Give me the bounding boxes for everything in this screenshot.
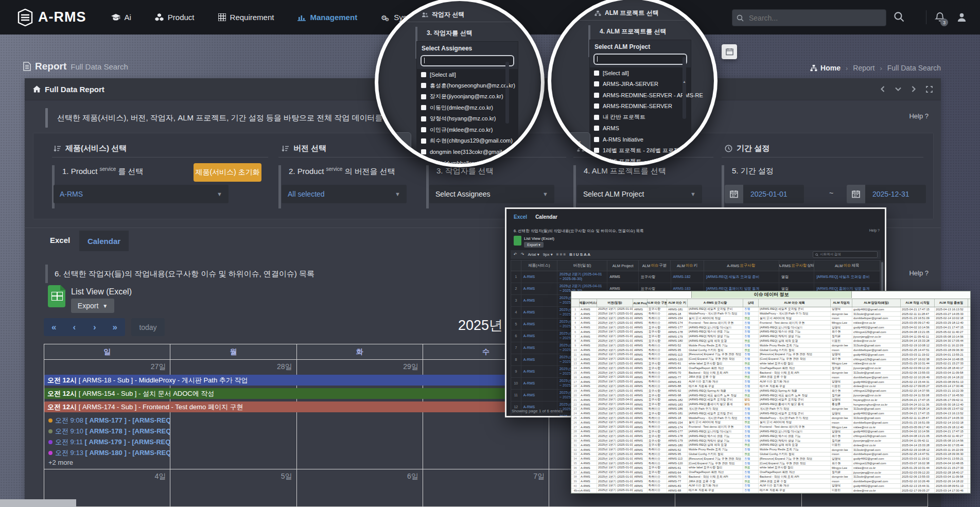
expand-icon[interactable] [926,86,933,93]
table-row[interactable]: 35A-RMS2025년 1분기 (2025-01-01 ~ 2025-03-3… [571,461,970,466]
version-select[interactable]: All selected▼ [282,185,407,203]
alm-project-option[interactable]: 내 칸반 프로젝트 [590,112,691,123]
table-row[interactable]: 27A-RMS2025년 1분기 (2025-01-01 ~ 2025-03-3… [571,425,970,430]
alm-project-option[interactable]: A-RMS Initiative [590,134,691,145]
search-box[interactable] [732,9,886,26]
alm-project-select[interactable]: Select ALM Project▼ [577,185,702,203]
column-header[interactable]: 버전(일정) [557,260,608,271]
assignee-option[interactable]: [Select all] [417,69,518,80]
help-link-top[interactable]: Help ? [909,112,929,120]
alm-filter-input[interactable] [593,54,687,65]
assignee-option[interactable]: 장지윤(jiyoonjang@mz.co.kr) [417,91,518,102]
table-row[interactable]: 41A-RMS2025년 1분기 (2025-01-01 ~ 2025-03-3… [571,488,970,493]
checkbox-icon[interactable] [594,137,599,142]
checkbox-icon[interactable] [594,148,599,153]
table-row[interactable]: 22A-RMS2025년 2분기 (2025-04-01 ~ 2025-06-3… [571,403,970,407]
assignee-option[interactable]: 최수현(chltngus129@gmail.com) [417,135,518,147]
date-from-input[interactable]: 2025-01-01 [743,185,804,203]
calendar-last-button[interactable]: » [105,318,126,336]
day-cell[interactable]: 6일 [297,469,423,507]
table-row[interactable]: 37A-RMS2025년 1분기 (2025-01-01 ~ 2025-03-3… [571,470,970,475]
breadcrumb-report[interactable]: Report [853,64,874,72]
table-row[interactable]: 36A-RMS2025년 1분기 (2025-01-01 ~ 2025-03-3… [571,466,970,470]
table-row[interactable]: 25A-RMS2025년 1분기 (2025-01-01 ~ 2025-03-3… [571,416,970,421]
menu-item-management[interactable]: Management [297,13,357,22]
assignee-filter-input[interactable] [421,55,514,66]
table-row[interactable]: 42A-RMS2025년 1분기 (2025-01-01 ~ 2025-03-3… [571,493,970,494]
alm-project-option[interactable]: [Select all] [590,67,691,79]
sheet-search-box[interactable]: 시트에서 검색 [813,251,878,258]
table-row[interactable]: 5A-RMS2025년 1분기 (2025-01-01 ~ 2025-03-31… [571,325,970,330]
date-to-calendar-icon[interactable] [847,185,865,203]
alm-project-option[interactable]: ARMS-JIRA-SERVER [590,79,691,90]
calendar-first-button[interactable]: « [44,318,64,336]
align-icons[interactable]: ≡ ≡ ≡ [556,252,566,257]
window1-help[interactable]: Help ? [869,229,880,232]
collapse-right-icon[interactable] [911,86,917,93]
checkbox-icon[interactable] [421,116,426,121]
product-select[interactable]: A-RMS▼ [54,185,229,203]
column-header[interactable]: A-RMS 요구사항 [704,260,779,271]
calendar-next-button[interactable]: › [84,318,105,336]
table-row[interactable]: 28A-RMS2025년 1분기 (2025-01-01 ~ 2025-03-3… [571,430,970,434]
font-select[interactable]: Arial ▾ [528,252,539,257]
brand[interactable]: A-RMS [18,9,86,26]
more-events-link[interactable]: +2 more [48,459,73,466]
scrollbar[interactable] [505,62,509,124]
calendar-event-dot[interactable]: 오전 9:11 [ ARMS-179 ] - [ARMS-REQ] 캐릭터 [48,437,170,447]
table-row[interactable]: 10A-RMS2025년 1분기 (2025-01-01 ~ 2025-03-3… [571,348,970,353]
table-row[interactable]: 7A-RMS2025년 1분기 (2025-01-01 ~ 2025-03-31… [571,335,970,339]
table-row[interactable]: 39A-RMS2025년 1분기 (2025-01-01 ~ 2025-03-3… [571,479,970,484]
table-row[interactable]: 24A-RMS2025년 1분기 (2025-01-01 ~ 2025-03-3… [571,411,970,416]
table-row[interactable]: 15A-RMS2025년 1분기 (2025-01-01 ~ 2025-03-3… [571,371,970,375]
table-row[interactable]: 26A-RMS2025년 1분기 (2025-01-01 ~ 2025-03-3… [571,421,970,425]
column-header[interactable]: ALM 이슈 제목 [814,260,880,271]
search-submit-icon[interactable] [894,11,904,22]
column-header[interactable]: A-RMS 요구사항 상태 [779,260,814,271]
table-row[interactable]: 2A-RMS2025년 1분기 (2025-01-01 ~ 2025-03-31… [571,312,970,317]
table-row[interactable]: 30A-RMS2025년 1분기 (2025-01-01 ~ 2025-03-3… [571,439,970,443]
redo-icon[interactable]: ↷ [521,252,524,257]
table-row[interactable]: 33A-RMS2025년 1분기 (2025-01-01 ~ 2025-03-3… [571,452,970,457]
user-profile-icon[interactable] [956,12,967,23]
font-size-select[interactable]: 9px ▾ [543,252,553,257]
calendar-prev-button[interactable]: ‹ [64,318,85,336]
table-row[interactable]: 32A-RMS2025년 1분기 (2025-01-01 ~ 2025-03-3… [571,448,970,452]
undo-icon[interactable]: ↶ [514,252,517,257]
window2-pager[interactable]: Prev [574,489,581,492]
checkbox-icon[interactable] [421,138,426,144]
table-row[interactable]: 19A-RMS2025년 1분기 (2025-01-01 ~ 2025-03-3… [571,389,970,393]
style-icons[interactable]: B I U S A A [569,252,590,257]
tab-excel[interactable]: Excel [50,236,70,244]
checkbox-icon[interactable] [594,71,599,76]
alm-project-option[interactable]: ARMS-REDMINE-SERVER - ARMS-RE [590,90,691,101]
table-row[interactable]: 1A-RMS2025년 2분기 (2025-04-01 ~ 2025-06-30… [511,271,881,283]
checkbox-icon[interactable] [594,126,599,131]
table-row[interactable]: 12A-RMS2025년 1분기 (2025-01-01 ~ 2025-03-3… [571,357,970,362]
table-row[interactable]: 11A-RMS2025년 1분기 (2025-01-01 ~ 2025-03-3… [571,353,970,357]
column-header[interactable]: ALM 이슈 키 [671,260,704,271]
assignee-select[interactable]: Select Assignees▼ [429,185,554,203]
assignee-option[interactable]: 양형석(hsyang@mz.co.kr) [417,113,518,125]
table-row[interactable]: 20A-RMS2025년 1분기 (2025-01-01 ~ 2025-03-3… [571,393,970,398]
column-header[interactable]: ALM Project [607,260,638,271]
table-row[interactable]: 9A-RMS2025년 1분기 (2025-01-01 ~ 2025-03-31… [571,343,970,348]
day-cell[interactable]: 7일 [423,469,549,507]
table-row[interactable]: 21A-RMS2025년 2분기 (2025-04-01 ~ 2025-06-3… [571,398,970,403]
window1-export-button[interactable]: Export ▾ [524,242,544,248]
table-row[interactable]: 23A-RMS2025년 2분기 (2025-04-01 ~ 2025-06-3… [571,407,970,412]
today-button[interactable]: today [131,318,165,336]
assignee-option[interactable]: 홍성훈(hongseonghun@mz.co.kr) [417,80,518,92]
table-row[interactable]: 29A-RMS2025년 1분기 (2025-01-01 ~ 2025-03-3… [571,434,970,439]
checkbox-icon[interactable] [594,103,599,109]
menu-item-requirement[interactable]: Requirement [218,13,274,22]
window1-tab-excel[interactable]: Excel [514,214,527,220]
window1-tab-calendar[interactable]: Calendar [535,214,557,220]
checkbox-icon[interactable] [594,81,599,86]
table-row[interactable]: 3A-RMS2025년 1분기 (2025-01-01 ~ 2025-03-31… [571,317,970,321]
menu-item-product[interactable]: Product [155,13,195,22]
assignee-option[interactable]: 이동민(dmlee@mz.co.kr) [417,102,518,114]
column-header[interactable]: 제품(서비스) [521,260,557,271]
column-header[interactable]: ALM 이슈 구분 [639,260,671,271]
table-row[interactable]: 14A-RMS2025년 1분기 (2025-01-01 ~ 2025-03-3… [571,366,970,371]
